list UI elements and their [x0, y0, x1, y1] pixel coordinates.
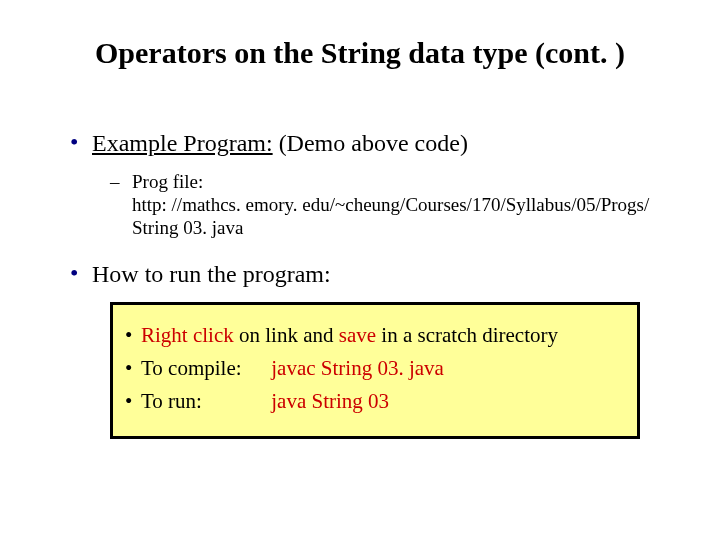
- bullet-prog-file: Prog file: http: //mathcs. emory. edu/~c…: [70, 171, 660, 239]
- text-right-click: Right click: [141, 323, 234, 347]
- run-command: java String 03: [271, 389, 389, 414]
- box-line-rightclick: Right click on link and save in a scratc…: [125, 323, 625, 348]
- compile-label: To compile:: [141, 356, 266, 381]
- box-line-compile: To compile: javac String 03. java: [125, 356, 625, 381]
- prog-file-url: http: //mathcs. emory. edu/~cheung/Cours…: [132, 194, 649, 238]
- slide-title: Operators on the String data type (cont.…: [0, 36, 720, 70]
- example-program-label: Example Program:: [92, 130, 273, 156]
- box-line-run: To run: java String 03: [125, 389, 625, 414]
- run-label: To run:: [141, 389, 266, 414]
- prog-file-label: Prog file:: [132, 171, 203, 192]
- compile-command: javac String 03. java: [271, 356, 444, 381]
- text-scratch-dir: in a scratch directory: [376, 323, 558, 347]
- slide-content: Example Program: (Demo above code) Prog …: [70, 130, 660, 439]
- bullet-how-to-run: How to run the program:: [70, 261, 660, 288]
- text-on-link: on link and: [234, 323, 339, 347]
- bullet-example-program: Example Program: (Demo above code): [70, 130, 660, 157]
- text-save: save: [339, 323, 376, 347]
- example-program-after: (Demo above code): [273, 130, 468, 156]
- instruction-box: Right click on link and save in a scratc…: [110, 302, 640, 439]
- slide: Operators on the String data type (cont.…: [0, 0, 720, 540]
